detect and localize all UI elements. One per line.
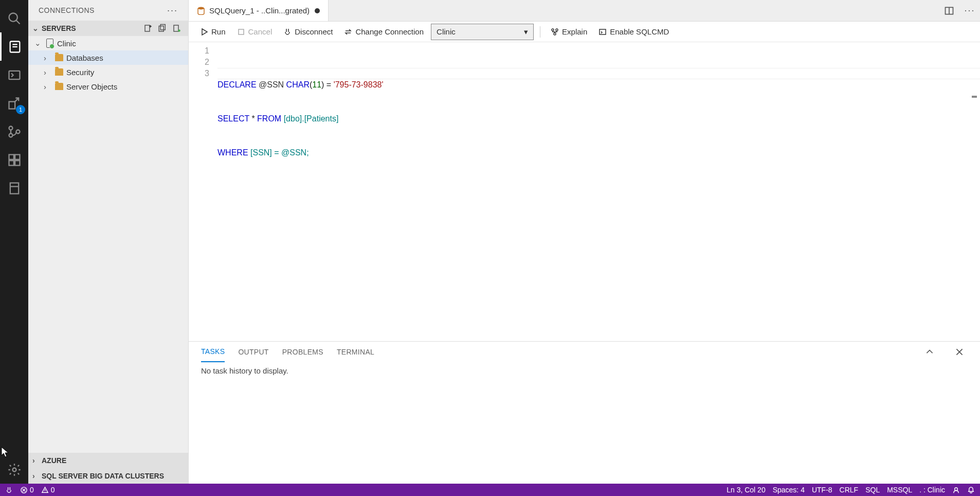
error-count: 0 — [30, 486, 34, 494]
disconnect-button[interactable]: Disconnect — [279, 24, 337, 40]
status-provider[interactable]: MSSQL — [887, 486, 912, 494]
sidebar: CONNECTIONS ··· ⌄ SERVERS ⌄ Clinic › Dat… — [28, 0, 189, 484]
tree-label: Security — [66, 68, 94, 77]
server-tree: ⌄ Clinic › Databases › Security › Server… — [28, 36, 188, 453]
feedback-icon[interactable] — [952, 486, 960, 494]
panel-close-icon[interactable] — [951, 347, 968, 357]
svg-line-1 — [16, 20, 20, 24]
svg-rect-12 — [9, 161, 13, 165]
panel-tab-output[interactable]: OUTPUT — [238, 342, 268, 362]
explorer-icon[interactable]: 1 — [0, 89, 28, 117]
extensions-icon[interactable] — [0, 146, 28, 174]
explain-button[interactable]: Explain — [547, 24, 591, 40]
svg-rect-10 — [9, 154, 13, 159]
status-bar: 0 0 Ln 3, Col 20 Spaces: 4 UTF-8 CRLF SQ… — [0, 484, 980, 496]
panel-tab-problems[interactable]: PROBLEMS — [282, 342, 323, 362]
sidebar-title: CONNECTIONS ··· — [28, 0, 188, 21]
split-editor-icon[interactable] — [939, 0, 959, 21]
panel-body: No task history to display. — [189, 362, 980, 484]
minimap-marker — [972, 96, 977, 98]
panel-maximize-icon[interactable] — [921, 347, 938, 357]
status-eol[interactable]: CRLF — [840, 486, 859, 494]
caret-down-icon: ▾ — [524, 27, 528, 37]
run-button[interactable]: Run — [196, 24, 230, 40]
status-connection[interactable]: . : Clinic — [919, 486, 945, 494]
server-icon — [45, 39, 55, 48]
line-number: 2 — [189, 57, 209, 68]
tree-item-clinic[interactable]: ⌄ Clinic — [28, 36, 188, 50]
code-editor[interactable]: 1 2 3 DECLARE @SSN CHAR(11) = '795-73-98… — [189, 42, 980, 341]
svg-rect-6 — [9, 101, 15, 109]
svg-point-7 — [9, 126, 12, 130]
status-indent[interactable]: Spaces: 4 — [773, 486, 805, 494]
svg-point-8 — [9, 133, 12, 137]
tree-label: Databases — [66, 54, 103, 62]
svg-rect-20 — [174, 25, 178, 31]
section-label: SQL SERVER BIG DATA CLUSTERS — [42, 472, 164, 480]
svg-point-16 — [12, 468, 16, 471]
status-language[interactable]: SQL — [865, 486, 880, 494]
svg-rect-30 — [600, 29, 606, 34]
bottom-panel: TASKS OUTPUT PROBLEMS TERMINAL No task h… — [189, 341, 980, 484]
notifications-icon[interactable] — [967, 486, 975, 494]
panel-tabs: TASKS OUTPUT PROBLEMS TERMINAL — [189, 342, 980, 362]
chevron-right-icon: › — [32, 472, 41, 480]
code-line: SELECT * FROM [dbo].[Patients] — [217, 113, 980, 125]
tab-title: SQLQuery_1 - ..Clin...grated) — [209, 6, 310, 15]
svg-rect-18 — [159, 26, 164, 32]
tree-item-security[interactable]: › Security — [28, 65, 188, 79]
svg-point-37 — [955, 487, 958, 490]
svg-rect-5 — [9, 70, 20, 79]
editor-tab[interactable]: SQLQuery_1 - ..Clin...grated) — [189, 0, 329, 21]
svg-point-22 — [198, 7, 204, 9]
source-control-icon[interactable] — [0, 117, 28, 146]
folder-icon — [54, 68, 64, 76]
status-errors[interactable]: 0 — [20, 486, 34, 494]
connections-icon[interactable] — [0, 32, 28, 61]
warning-count: 0 — [51, 486, 55, 494]
panel-tab-terminal[interactable]: TERMINAL — [337, 342, 374, 362]
status-encoding[interactable]: UTF-8 — [812, 486, 832, 494]
connection-select[interactable]: Clinic ▾ — [431, 24, 534, 40]
search-icon[interactable] — [0, 4, 28, 32]
svg-marker-25 — [202, 29, 207, 35]
chevron-right-icon: › — [44, 68, 54, 77]
activity-bar: 1 — [0, 0, 28, 484]
more-icon[interactable]: ··· — [959, 0, 980, 21]
server-action-icon[interactable] — [170, 21, 184, 36]
section-bigdata[interactable]: › SQL SERVER BIG DATA CLUSTERS — [28, 468, 188, 484]
notebook-icon[interactable] — [0, 174, 28, 202]
tree-label: Clinic — [57, 39, 76, 48]
section-azure[interactable]: › AZURE — [28, 453, 188, 468]
terminal-icon[interactable] — [0, 61, 28, 89]
chevron-down-icon: ⌄ — [34, 39, 45, 48]
new-group-icon[interactable] — [155, 21, 170, 36]
tree-label: Server Objects — [66, 82, 117, 91]
tree-item-server-objects[interactable]: › Server Objects — [28, 79, 188, 94]
code-line: WHERE [SSN] = @SSN; — [217, 147, 980, 158]
code-line: DECLARE @SSN CHAR(11) = '795-73-9838' — [217, 79, 980, 91]
enable-sqlcmd-button[interactable]: Enable SQLCMD — [594, 24, 673, 40]
change-connection-button[interactable]: Change Connection — [340, 24, 428, 40]
current-line-highlight — [217, 68, 980, 79]
folder-icon — [54, 83, 64, 90]
more-icon[interactable]: ··· — [167, 5, 178, 16]
editor-group: SQLQuery_1 - ..Clin...grated) ··· Run Ca… — [189, 0, 980, 484]
chevron-right-icon: › — [44, 54, 54, 62]
settings-gear-icon[interactable] — [0, 455, 28, 484]
status-cursor[interactable]: Ln 3, Col 20 — [727, 486, 766, 494]
svg-rect-14 — [10, 183, 18, 193]
new-connection-icon[interactable] — [141, 21, 155, 36]
query-toolbar: Run Cancel Disconnect Change Connection … — [189, 22, 980, 42]
sidebar-title-text: CONNECTIONS — [39, 6, 95, 14]
connection-select-value: Clinic — [437, 27, 456, 36]
panel-tab-tasks[interactable]: TASKS — [201, 342, 225, 362]
svg-point-28 — [556, 29, 558, 31]
folder-icon — [54, 54, 64, 61]
code-lines[interactable]: DECLARE @SSN CHAR(11) = '795-73-9838' SE… — [217, 42, 980, 341]
section-servers[interactable]: ⌄ SERVERS — [28, 21, 188, 36]
tree-item-databases[interactable]: › Databases — [28, 50, 188, 65]
status-warnings[interactable]: 0 — [41, 486, 55, 494]
status-host-icon[interactable] — [5, 486, 13, 494]
line-gutter: 1 2 3 — [189, 42, 217, 341]
